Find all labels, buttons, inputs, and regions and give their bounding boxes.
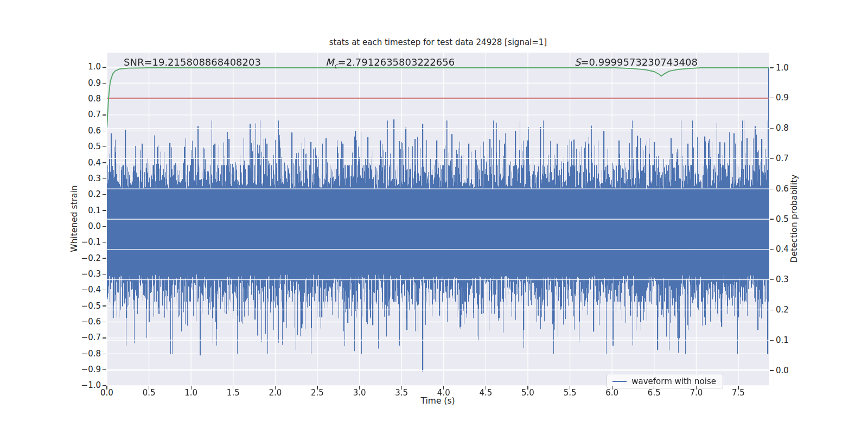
- tick-mark: [770, 128, 774, 129]
- y-left-tick-label: 0.3: [79, 174, 101, 183]
- y-right-tick-label: 0.2: [776, 305, 797, 315]
- tick-mark: [770, 249, 774, 250]
- tick-mark: [103, 67, 106, 67]
- y-left-tick-label: −0.9: [79, 365, 101, 374]
- annotation-symbol: Mc: [326, 56, 338, 68]
- y-left-tick-label: 0.1: [79, 206, 101, 215]
- tick-mark: [770, 370, 774, 371]
- tick-mark: [738, 386, 738, 390]
- annotation-symbol: S: [575, 56, 580, 68]
- x-tick-label: 0.0: [93, 388, 120, 398]
- y-left-tick-label: −0.2: [79, 254, 101, 263]
- tick-mark: [770, 158, 774, 159]
- tick-mark: [486, 386, 486, 390]
- y-right-tick-label: 0.6: [776, 184, 797, 194]
- tick-mark: [570, 386, 570, 390]
- tick-mark: [103, 337, 106, 338]
- tick-mark: [103, 131, 106, 131]
- y-left-tick-label: 0.8: [79, 94, 101, 104]
- y-left-tick-label: 0.9: [79, 79, 101, 88]
- x-tick-label: 2.0: [261, 388, 289, 398]
- tick-mark: [696, 386, 697, 390]
- tick-mark: [103, 290, 106, 290]
- annotation-snr: SNR=19.215808868408203: [124, 56, 261, 68]
- x-tick-label: 5.0: [514, 388, 541, 398]
- tick-mark: [770, 340, 774, 341]
- x-tick-label: 4.0: [430, 388, 457, 398]
- tick-mark: [191, 386, 192, 390]
- y-right-tick-label: 0.4: [776, 245, 797, 254]
- tick-mark: [770, 67, 774, 68]
- y-right-tick-label: 0.8: [776, 124, 797, 133]
- tick-mark: [103, 354, 106, 354]
- tick-mark: [770, 310, 774, 310]
- y-left-tick-label: −0.1: [79, 238, 101, 247]
- y-left-tick-label: −0.8: [79, 349, 101, 359]
- x-tick-label: 2.5: [304, 388, 331, 398]
- tick-mark: [527, 386, 528, 390]
- y-left-tick-label: 1.0: [79, 62, 101, 72]
- tick-mark: [770, 98, 774, 98]
- y-left-tick-label: −0.5: [79, 302, 101, 311]
- y-left-tick-label: 0.5: [79, 142, 101, 151]
- tick-mark: [103, 274, 106, 275]
- y-left-tick-label: 0.2: [79, 190, 101, 199]
- annotation-value: =19.215808868408203: [144, 56, 261, 68]
- tick-mark: [770, 219, 774, 219]
- annotation-symbol: SNR: [124, 56, 144, 68]
- tick-mark: [359, 386, 360, 390]
- left-axis-label: Whitened strain: [69, 137, 79, 300]
- tick-mark: [103, 305, 106, 306]
- y-right-tick-label: 0.3: [776, 275, 797, 284]
- y-right-tick-label: 1.0: [776, 63, 797, 73]
- x-tick-label: 3.5: [388, 388, 415, 398]
- y-left-tick-label: 0.6: [79, 126, 101, 136]
- y-left-tick-label: 0.7: [79, 110, 101, 119]
- x-tick-label: 0.5: [136, 388, 163, 398]
- tick-mark: [317, 386, 317, 390]
- tick-mark: [770, 189, 774, 189]
- tick-mark: [103, 99, 106, 99]
- annotation-chirp-mass: Mc=2.7912635803222656: [326, 56, 455, 70]
- tick-mark: [103, 114, 106, 115]
- y-left-tick-label: −0.3: [79, 270, 101, 279]
- y-left-tick-label: 0.4: [79, 158, 101, 168]
- annotation-value: =2.7912635803222656: [338, 56, 455, 68]
- tick-mark: [103, 162, 106, 163]
- tick-mark: [275, 386, 276, 390]
- y-left-tick-label: −0.7: [79, 333, 101, 342]
- tick-mark: [612, 386, 612, 390]
- tick-mark: [103, 369, 106, 370]
- tick-mark: [103, 226, 106, 227]
- tick-mark: [103, 178, 106, 179]
- legend-label: waveform with noise: [631, 376, 716, 386]
- x-tick-label: 7.0: [682, 388, 710, 398]
- tick-mark: [103, 210, 106, 210]
- tick-mark: [443, 386, 444, 390]
- tick-mark: [103, 242, 106, 242]
- tick-mark: [106, 386, 107, 390]
- tick-mark: [149, 386, 149, 390]
- y-left-tick-label: −0.6: [79, 317, 101, 327]
- y-left-tick-label: 0.0: [79, 222, 101, 231]
- annotation-score: S=0.9999573230743408: [575, 56, 698, 68]
- y-right-tick-label: 0.7: [776, 154, 797, 163]
- tick-mark: [233, 386, 233, 390]
- tick-mark: [103, 385, 106, 386]
- y-right-tick-label: 0.1: [776, 336, 797, 345]
- x-tick-label: 1.5: [220, 388, 247, 398]
- figure: stats at each timestep for test data 249…: [0, 0, 868, 434]
- tick-mark: [103, 146, 106, 147]
- x-tick-label: 5.5: [557, 388, 584, 398]
- tick-mark: [770, 279, 774, 280]
- tick-mark: [401, 386, 402, 390]
- x-tick-label: 6.0: [598, 388, 626, 398]
- tick-mark: [103, 258, 106, 258]
- chart-title: stats at each timestep for test data 249…: [107, 37, 769, 47]
- legend-line-sample: [612, 381, 627, 382]
- x-tick-label: 7.5: [725, 388, 752, 398]
- x-tick-label: 3.0: [346, 388, 373, 398]
- y-right-tick-label: 0.5: [776, 215, 797, 224]
- y-right-tick-label: 0.0: [776, 366, 797, 375]
- y-left-tick-label: −0.4: [79, 285, 101, 295]
